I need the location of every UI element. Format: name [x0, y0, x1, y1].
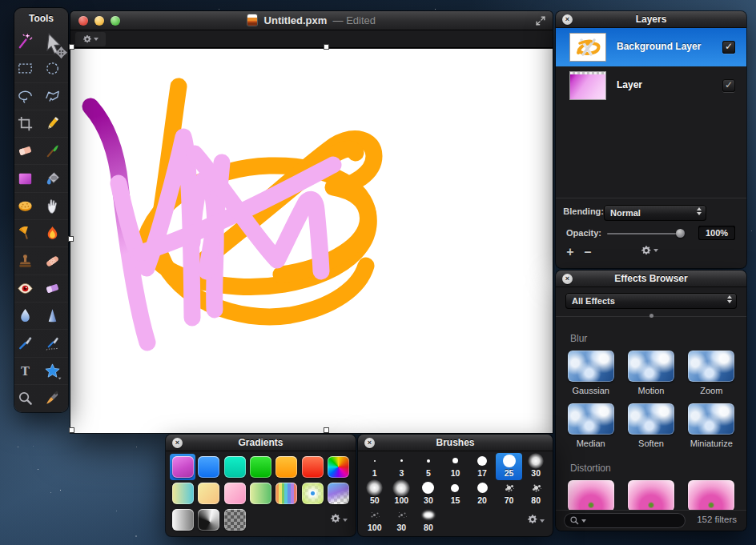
tool-sharpen-block[interactable] — [36, 275, 68, 302]
tool-paintbrush[interactable] — [36, 137, 68, 164]
gradients-gear-button[interactable] — [326, 507, 352, 533]
brushes-header[interactable]: × Brushes — [358, 435, 553, 451]
layer-row-0[interactable]: Background Layer✓ — [556, 28, 746, 66]
effect-motion[interactable]: Motion — [621, 351, 681, 395]
tool-magic-wand[interactable] — [14, 27, 36, 54]
brush-size-25[interactable]: 25 — [496, 453, 523, 480]
effects-search-input[interactable] — [564, 513, 686, 528]
canvas-handle-bottom-center[interactable] — [324, 427, 329, 433]
gradient-swatch-blue-purple-transparent[interactable] — [326, 480, 352, 507]
brushes-gear-button[interactable] — [522, 507, 549, 535]
drag-handle-icon[interactable] — [649, 314, 653, 318]
brush-size-15[interactable]: 15 — [442, 480, 469, 507]
brush-size-30[interactable]: 30 — [388, 507, 416, 535]
tool-ellipse-marquee[interactable] — [36, 54, 68, 82]
gradient-swatch-spectrum[interactable] — [326, 454, 352, 480]
tool-dodge[interactable] — [14, 219, 36, 246]
effect-zoom[interactable]: Zoom — [682, 351, 742, 395]
gradient-swatch-blue[interactable] — [195, 454, 221, 480]
gradient-swatch-teal[interactable] — [222, 454, 247, 480]
tool-eyedropper[interactable] — [36, 384, 68, 411]
tool-sponge[interactable] — [14, 192, 36, 219]
brush-size-5[interactable]: 5 — [415, 453, 442, 480]
opacity-slider-knob[interactable] — [676, 229, 685, 238]
layer-visibility-checkbox[interactable]: ✓ — [722, 79, 735, 92]
tool-pencil[interactable] — [36, 110, 68, 137]
gradient-swatch-orange[interactable] — [274, 454, 300, 480]
tool-smudge[interactable] — [36, 192, 68, 219]
effects-header[interactable]: × Effects Browser — [556, 270, 746, 287]
window-titlebar[interactable]: Untitled.pxm — Edited — [70, 11, 553, 30]
tool-clone-stamp[interactable] — [14, 246, 36, 274]
tool-paint-bucket[interactable] — [36, 164, 68, 191]
canvas-handle-bottom-left[interactable] — [69, 427, 74, 433]
layers-gear-button[interactable] — [641, 245, 658, 256]
effect-thumbnail[interactable] — [688, 480, 734, 510]
effect-thumbnail[interactable] — [682, 480, 742, 510]
effect-gaussian[interactable]: Gaussian — [561, 351, 621, 395]
fullscreen-icon[interactable] — [535, 15, 546, 26]
tool-rect-marquee[interactable] — [14, 54, 36, 82]
canvas[interactable] — [70, 49, 553, 433]
effect-thumbnail[interactable] — [628, 480, 674, 510]
brush-size-100[interactable]: 100 — [388, 480, 416, 507]
brush-size-80[interactable]: 80 — [522, 480, 549, 507]
brush-size-10[interactable]: 10 — [442, 453, 469, 480]
gradient-swatch-rainbow-stripes[interactable] — [274, 480, 300, 507]
tool-move[interactable] — [36, 27, 68, 54]
gradient-swatch-yellow-cyan[interactable] — [170, 480, 195, 507]
gradient-swatch-green[interactable] — [247, 454, 273, 480]
brush-size-20[interactable]: 20 — [468, 480, 496, 507]
remove-layer-button[interactable]: – — [580, 244, 596, 260]
tool-zoom[interactable] — [14, 384, 36, 411]
tool-freeform-pen[interactable] — [36, 329, 68, 356]
effect-thumbnail[interactable] — [568, 480, 614, 510]
brush-size-30[interactable]: 30 — [415, 480, 442, 507]
tool-shape-star[interactable] — [36, 357, 68, 384]
gradient-swatch-radial-transparent[interactable] — [300, 480, 325, 507]
layers-header[interactable]: × Layers — [556, 11, 746, 28]
layer-visibility-checkbox[interactable]: ✓ — [722, 41, 735, 54]
layer-thumbnail[interactable] — [570, 72, 605, 99]
tool-gradient[interactable] — [14, 164, 36, 191]
brush-size-3[interactable]: 3 — [388, 453, 416, 480]
canvas-handle-top-center[interactable] — [324, 44, 329, 50]
gradient-swatch-white-gray[interactable] — [170, 507, 195, 533]
gradient-swatch-pink[interactable] — [222, 480, 247, 507]
gradients-header[interactable]: × Gradients — [166, 435, 356, 451]
opacity-value-field[interactable]: 100% — [698, 226, 735, 240]
tool-crop[interactable] — [14, 110, 36, 137]
layer-thumbnail[interactable] — [570, 34, 605, 61]
brush-size-1[interactable]: 1 — [361, 453, 388, 480]
tool-lasso[interactable] — [14, 82, 36, 110]
tool-polygon-lasso[interactable] — [36, 82, 68, 110]
toolbar-action-gear-button[interactable] — [75, 32, 106, 46]
tool-sharpen-cone[interactable] — [36, 302, 68, 329]
effect-soften[interactable]: Soften — [621, 403, 681, 448]
tool-burn[interactable] — [36, 219, 68, 246]
gradient-swatch-magenta[interactable] — [170, 454, 195, 480]
gradient-swatch-angular-bw[interactable] — [195, 507, 221, 533]
effect-thumbnail[interactable] — [568, 403, 614, 435]
canvas-handle-left-center[interactable] — [68, 236, 74, 242]
gradient-swatch-red[interactable] — [300, 454, 325, 480]
tool-pen[interactable] — [14, 329, 36, 356]
brush-size-80[interactable]: 80 — [415, 507, 442, 535]
tool-eraser[interactable] — [14, 137, 36, 164]
brush-size-100[interactable]: 100 — [361, 507, 388, 535]
canvas-handle-top-left[interactable] — [69, 44, 74, 50]
brush-size-70[interactable]: 70 — [496, 480, 523, 507]
gradient-swatch-pastel-sunset[interactable] — [195, 480, 221, 507]
tool-red-eye[interactable] — [14, 275, 36, 302]
brush-size-17[interactable]: 17 — [468, 453, 496, 480]
effect-median[interactable]: Median — [561, 403, 621, 448]
effect-thumbnail[interactable] — [628, 403, 674, 435]
brush-size-30[interactable]: 30 — [522, 453, 549, 480]
blending-popup[interactable]: Normal — [604, 205, 706, 221]
effect-miniaturize[interactable]: Miniaturize — [682, 403, 742, 448]
layer-row-1[interactable]: Layer✓ — [556, 66, 746, 105]
effect-thumbnail[interactable] — [688, 351, 734, 382]
gradient-swatch-yellow-green[interactable] — [247, 480, 273, 507]
opacity-slider[interactable] — [607, 233, 681, 234]
effect-thumbnail[interactable] — [688, 403, 734, 435]
